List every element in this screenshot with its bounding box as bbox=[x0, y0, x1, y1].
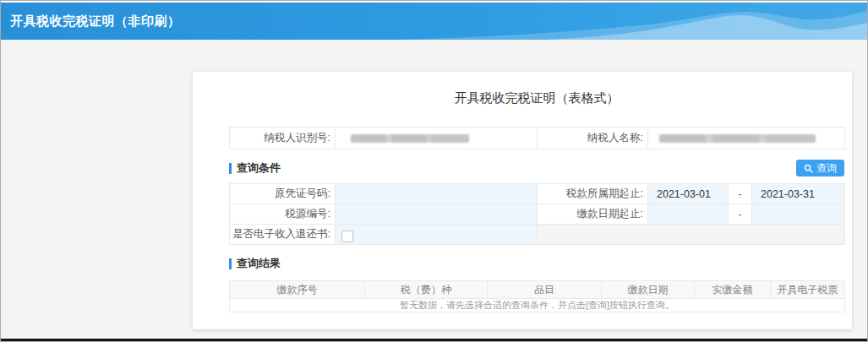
tax-period-separator: - bbox=[729, 184, 752, 204]
taxpayer-row: 纳税人识别号: 纳税人名称: bbox=[230, 128, 845, 149]
section-title-text: 查询条件 bbox=[237, 160, 281, 176]
page-body: 开具税收完税证明（表格式） 纳税人识别号: 纳税人名称: 查询条件 bbox=[1, 40, 867, 340]
mountain-decoration bbox=[394, 3, 867, 40]
search-icon bbox=[804, 164, 813, 173]
form-row-1: 原凭证号码: 税款所属期起止: 2021-03-01 - 2021-03-31 bbox=[230, 184, 845, 204]
payment-date-end-input[interactable] bbox=[752, 204, 845, 225]
original-voucher-label: 原凭证号码: bbox=[230, 184, 336, 204]
form-empty-cell bbox=[538, 225, 845, 245]
empty-state-message: 暂无数据，请先选择合适的查询条件，并点击[查询]按钮执行查询。 bbox=[230, 299, 845, 312]
tax-period-label: 税款所属期起止: bbox=[538, 184, 648, 204]
section-query-results: 查询结果 bbox=[229, 256, 281, 271]
bottom-border-line bbox=[1, 339, 867, 341]
tax-source-label: 税源编号: bbox=[230, 204, 336, 225]
query-results-section-header: 查询结果 bbox=[229, 254, 844, 273]
column-payment-date: 缴款日期 bbox=[602, 281, 695, 299]
form-row-3: 是否电子收入退还书: bbox=[230, 225, 845, 245]
tax-period-start-input[interactable]: 2021-03-01 bbox=[648, 184, 729, 204]
query-conditions-form: 原凭证号码: 税款所属期起止: 2021-03-01 - 2021-03-31 … bbox=[229, 183, 845, 245]
taxpayer-info-table: 纳税人识别号: 纳税人名称: bbox=[229, 127, 845, 149]
screen: 开具税收完税证明（非印刷） 开具税收完税证明（表格式） 纳税人识别号: 纳税人名… bbox=[0, 0, 868, 342]
tax-source-input[interactable] bbox=[336, 204, 538, 225]
query-button[interactable]: 查询 bbox=[796, 160, 844, 176]
query-conditions-section-header: 查询条件 查询 bbox=[229, 159, 844, 177]
column-tax-type: 税（费）种 bbox=[365, 281, 488, 299]
original-voucher-input[interactable] bbox=[336, 184, 538, 204]
results-header-row: 缴款序号 税（费）种 品目 缴款日期 实缴金额 开具电子税票 bbox=[230, 281, 845, 299]
form-row-2: 税源编号: 缴款日期起止: - bbox=[230, 204, 845, 225]
query-results-table: 缴款序号 税（费）种 品目 缴款日期 实缴金额 开具电子税票 暂无数据，请先选择… bbox=[229, 280, 845, 312]
e-refund-checkbox[interactable] bbox=[341, 231, 353, 242]
taxpayer-name-value bbox=[648, 128, 845, 149]
payment-date-separator: - bbox=[729, 204, 752, 225]
taxpayer-id-label: 纳税人识别号: bbox=[230, 128, 336, 149]
page-header: 开具税收完税证明（非印刷） bbox=[1, 3, 867, 40]
column-payment-serial: 缴款序号 bbox=[230, 281, 365, 299]
content-card: 开具税收完税证明（表格式） 纳税人识别号: 纳税人名称: 查询条件 bbox=[193, 72, 852, 329]
column-item: 品目 bbox=[488, 281, 602, 299]
tax-period-end-input[interactable]: 2021-03-31 bbox=[752, 184, 845, 204]
card-title: 开具税收完税证明（表格式） bbox=[229, 72, 844, 106]
e-refund-label: 是否电子收入退还书: bbox=[230, 225, 336, 245]
payment-date-label: 缴款日期起止: bbox=[538, 204, 648, 225]
redacted-taxpayer-id bbox=[351, 134, 469, 143]
results-empty-row: 暂无数据，请先选择合适的查询条件，并点击[查询]按钮执行查询。 bbox=[230, 299, 845, 312]
section-accent-bar bbox=[229, 163, 232, 174]
section-query-conditions: 查询条件 bbox=[229, 160, 281, 176]
section-title-text: 查询结果 bbox=[237, 256, 281, 271]
column-paid-amount: 实缴金额 bbox=[695, 281, 771, 299]
query-button-label: 查询 bbox=[816, 163, 837, 173]
section-accent-bar bbox=[229, 258, 232, 269]
taxpayer-name-label: 纳税人名称: bbox=[538, 128, 648, 149]
e-refund-checkbox-cell bbox=[336, 225, 538, 245]
column-issue-eticket: 开具电子税票 bbox=[771, 281, 845, 299]
redacted-taxpayer-name bbox=[659, 134, 816, 143]
taxpayer-id-value bbox=[336, 128, 538, 149]
page-title: 开具税收完税证明（非印刷） bbox=[10, 14, 181, 30]
payment-date-start-input[interactable] bbox=[648, 204, 729, 225]
